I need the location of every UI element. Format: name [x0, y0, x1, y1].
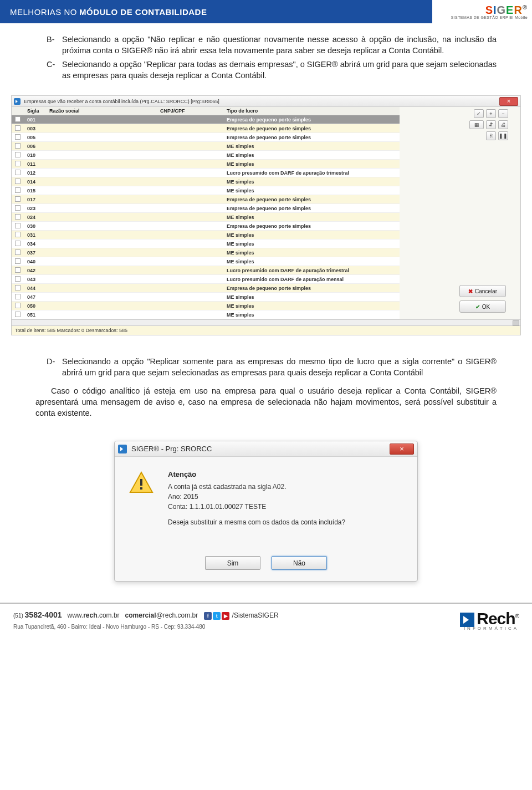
table-row[interactable]: 024ME simples	[12, 213, 400, 222]
row-checkbox[interactable]	[12, 160, 24, 169]
siger-logo: SIGER® SISTEMAS DE GESTÃO ERP BI Mobile	[432, 0, 532, 23]
row-checkbox[interactable]	[12, 310, 24, 319]
cell-sigla: 034	[24, 239, 46, 248]
collapse-minus-button[interactable]: −	[498, 109, 508, 118]
svg-rect-1	[140, 487, 142, 490]
cell-tipo: ME simples	[223, 160, 400, 169]
row-checkbox[interactable]	[12, 266, 24, 275]
cancel-button[interactable]: ✖Cancelar	[459, 285, 506, 297]
close-button[interactable]: ×	[499, 97, 518, 106]
table-row[interactable]: 017Empresa de pequeno porte simples	[12, 195, 400, 204]
table-row[interactable]: 040ME simples	[12, 257, 400, 266]
cell-tipo: Empresa de pequeno porte simples	[223, 124, 400, 133]
row-checkbox[interactable]	[12, 151, 24, 160]
cell-cnpj	[157, 222, 223, 231]
row-checkbox[interactable]	[12, 302, 24, 310]
col-razao[interactable]: Razão social	[46, 107, 157, 115]
table-row[interactable]: 034ME simples	[12, 239, 400, 248]
row-checkbox[interactable]	[12, 222, 24, 231]
table-row[interactable]: 043Lucro presumido com DARF de apuração …	[12, 275, 400, 284]
pause-button[interactable]: ❚❚	[498, 131, 508, 140]
row-checkbox[interactable]	[12, 231, 24, 239]
col-cnpj[interactable]: CNPJ/CPF	[157, 107, 223, 115]
cell-tipo: ME simples	[223, 186, 400, 195]
cell-razao	[46, 284, 157, 293]
grid-layout-button[interactable]: ▦	[469, 120, 484, 129]
table-row[interactable]: 012Lucro presumido com DARF de apuração …	[12, 169, 400, 177]
row-checkbox[interactable]	[12, 169, 24, 177]
cell-cnpj	[157, 169, 223, 177]
header-title-bold: MÓDULO DE CONTABILIDADE	[79, 7, 207, 17]
cell-sigla: 003	[24, 124, 46, 133]
cell-sigla: 011	[24, 160, 46, 169]
check-all-button[interactable]: ✓	[474, 109, 484, 118]
row-checkbox[interactable]	[12, 275, 24, 284]
table-row[interactable]: 047ME simples	[12, 293, 400, 302]
nao-button[interactable]: Não	[272, 556, 327, 570]
row-checkbox[interactable]	[12, 213, 24, 222]
table-row[interactable]: 010ME simples	[12, 151, 400, 160]
companies-table[interactable]: Sigla Razão social CNPJ/CPF Tipo de lucr…	[12, 107, 400, 319]
cell-tipo: Empresa de pequeno porte simples	[223, 284, 400, 293]
table-row[interactable]: 051ME simples	[12, 310, 400, 319]
export-button[interactable]: ⎘	[486, 131, 496, 140]
cell-tipo: ME simples	[223, 151, 400, 160]
table-row[interactable]: 014ME simples	[12, 177, 400, 186]
cell-cnpj	[157, 124, 223, 133]
table-row[interactable]: 042Lucro presumido com DARF de apuração …	[12, 266, 400, 275]
app-icon	[118, 445, 127, 453]
row-checkbox[interactable]	[12, 124, 24, 133]
cell-razao	[46, 186, 157, 195]
cell-cnpj	[157, 231, 223, 239]
print-button[interactable]: 🖨	[498, 120, 508, 129]
row-checkbox[interactable]	[12, 142, 24, 151]
flip-button[interactable]: ⇵	[486, 120, 496, 129]
table-row[interactable]: 023Empresa de pequeno porte simples	[12, 204, 400, 213]
table-row[interactable]: 011ME simples	[12, 160, 400, 169]
table-row[interactable]: 015ME simples	[12, 186, 400, 195]
col-tipo[interactable]: Tipo de lucro	[223, 107, 400, 115]
close-icon: ✖	[468, 288, 473, 294]
table-row[interactable]: 030Empresa de pequeno porte simples	[12, 222, 400, 231]
row-checkbox[interactable]	[12, 248, 24, 257]
row-checkbox[interactable]	[12, 257, 24, 266]
row-checkbox[interactable]	[12, 293, 24, 302]
dialog-line3: Conta: 1.1.1.01.01.00027 TESTE	[168, 503, 404, 511]
table-row[interactable]: 037ME simples	[12, 248, 400, 257]
check-icon: ✔	[475, 304, 480, 310]
grid-titlebar[interactable]: Empresas que vão receber a conta contábi…	[12, 96, 520, 107]
row-checkbox[interactable]	[12, 284, 24, 293]
table-row[interactable]: 031ME simples	[12, 231, 400, 239]
table-row[interactable]: 005Empresa de pequeno porte simples	[12, 133, 400, 142]
row-checkbox[interactable]	[12, 204, 24, 213]
table-row[interactable]: 003Empresa de pequeno porte simples	[12, 124, 400, 133]
row-checkbox[interactable]	[12, 115, 24, 124]
table-row[interactable]: 050ME simples	[12, 302, 400, 310]
cell-razao	[46, 248, 157, 257]
list-letter-c: C-	[47, 59, 62, 81]
table-row[interactable]: 006ME simples	[12, 142, 400, 151]
dialog-line2: Ano: 2015	[168, 493, 404, 501]
cell-razao	[46, 257, 157, 266]
cell-razao	[46, 124, 157, 133]
sim-button[interactable]: Sim	[205, 556, 260, 570]
table-row[interactable]: 044Empresa de pequeno porte simples	[12, 284, 400, 293]
table-row[interactable]: 001Empresa de pequeno porte simples	[12, 115, 400, 124]
dialog-titlebar[interactable]: SIGER® - Prg: SRORCC ×	[115, 441, 417, 457]
cell-sigla: 043	[24, 275, 46, 284]
main-content: B- Selecionando a opção "Não replicar e …	[0, 23, 532, 90]
header-title-bar: MELHORIAS NO MÓDULO DE CONTABILIDADE	[0, 0, 432, 23]
row-checkbox[interactable]	[12, 177, 24, 186]
expand-plus-button[interactable]: +	[486, 109, 496, 118]
cell-razao	[46, 142, 157, 151]
cell-sigla: 012	[24, 169, 46, 177]
ok-button[interactable]: ✔OK	[459, 300, 506, 313]
horizontal-scrollbar[interactable]	[12, 319, 520, 325]
row-checkbox[interactable]	[12, 239, 24, 248]
row-checkbox[interactable]	[12, 186, 24, 195]
col-sigla[interactable]: Sigla	[24, 107, 46, 115]
dialog-close-button[interactable]: ×	[390, 444, 414, 455]
row-checkbox[interactable]	[12, 195, 24, 204]
row-checkbox[interactable]	[12, 133, 24, 142]
footer-brand: Rech® INFORMÁTICA	[460, 609, 519, 631]
